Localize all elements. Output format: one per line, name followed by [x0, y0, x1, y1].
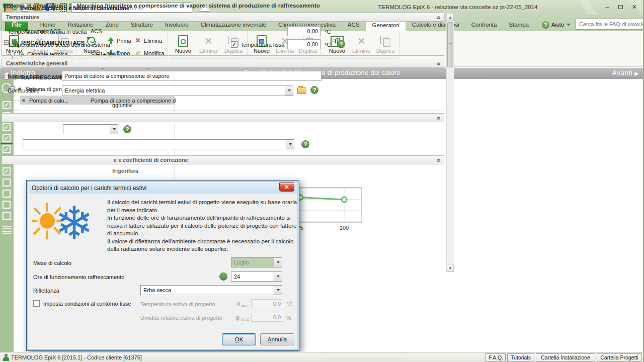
riflettanza-label: Riflettanza [33, 288, 59, 294]
step-empty-9[interactable] [3, 190, 11, 198]
coefficienti-partial-title: e e coefficienti di correzione [114, 156, 188, 164]
nome-input[interactable] [62, 71, 321, 81]
mese-label: Mese di calcolo [33, 260, 71, 266]
acqua-input[interactable] [287, 26, 320, 36]
umidita-label: Umidità relativa estiva di progetto [140, 315, 222, 321]
help-icon: ? [542, 21, 549, 29]
temp-estiva-input[interactable] [251, 299, 283, 308]
list-icon[interactable] [2, 226, 12, 234]
help-icon[interactable] [219, 273, 227, 281]
coefficienti-section-header[interactable]: e e coefficienti di correzione « [2, 155, 444, 164]
step-check-7[interactable]: ✓ [3, 167, 11, 175]
next-arrow-icon: ▶ [634, 70, 639, 76]
collapse-chevron-icon[interactable]: « [435, 159, 443, 162]
next-button[interactable]: Avanti ▶ [612, 69, 639, 77]
acqua-unit: °C [325, 29, 331, 35]
collapse-chevron-icon[interactable]: « [435, 117, 443, 120]
help-icon[interactable]: ? [310, 86, 318, 94]
umidita-input[interactable] [251, 313, 283, 322]
condizioni-fisse-checkbox[interactable] [33, 300, 40, 307]
dialog-close-button[interactable]: ✕ [279, 183, 294, 192]
annulla-button[interactable]: Annulla [260, 333, 294, 345]
temperature-section-header[interactable]: Temperature « [2, 13, 444, 22]
collapse-chevron-icon[interactable]: « [435, 62, 443, 66]
help-icon[interactable]: ? [123, 125, 131, 133]
step-check-5[interactable]: ✓ [3, 145, 11, 153]
tab-stampa[interactable]: Stampa [503, 18, 535, 31]
temp-estiva-label: Temperatura estiva di progetto [140, 301, 215, 307]
bulbo-unit: °C [325, 42, 331, 48]
splitter-handle[interactable] [1, 143, 13, 144]
dropdown-arrow-icon [286, 140, 294, 149]
nome-label: Nome [8, 73, 22, 79]
faq-button[interactable]: F.A.Q. [486, 353, 506, 361]
temp-estiva-unit: °C [286, 301, 292, 307]
step-empty-11[interactable] [3, 212, 11, 220]
bulbo-input[interactable] [287, 39, 320, 49]
user-icon [3, 354, 9, 361]
tutorials-button[interactable]: Tutorials [507, 353, 534, 361]
theta-symbol: θ [236, 300, 240, 308]
close-button[interactable]: ✕ [629, 3, 640, 12]
status-bar: TERMOLOG EpiX 6 [2015.1] - Codice client… [0, 352, 644, 362]
restore-icon [618, 5, 623, 9]
app-window: ☁ TERMOLOG EpiX 6 - relazione via concet… [0, 0, 644, 362]
svg-text:100: 100 [340, 225, 349, 231]
bulbo-label: Temperatura bulbo secco dell'aria estern… [8, 42, 110, 48]
step-empty-8[interactable] [3, 178, 11, 187]
dialog-description: Il calcolo dei carichi termici estivi di… [107, 199, 297, 253]
help-label: Aiuto [551, 22, 564, 28]
umidita-unit: % [286, 315, 291, 321]
frigorifera-partial-label: frigorifera [112, 168, 138, 174]
help-menu[interactable]: ? Aiuto [542, 18, 571, 31]
step-check-3[interactable]: ✓ [3, 123, 11, 131]
scroll-up-icon[interactable]: ▲ [447, 13, 454, 21]
dialog-title-bar[interactable]: Opzioni di calcolo per i carichi termici… [29, 183, 297, 194]
mese-select[interactable]: Luglio [231, 257, 282, 267]
dropdown-arrow-icon [274, 286, 282, 295]
dropdown-arrow-icon [274, 258, 282, 267]
acqua-label: Temperatura dell'acqua in uscita [8, 29, 87, 35]
riflettanza-select[interactable]: Erba secca [140, 285, 282, 295]
panel-scrollbar[interactable]: ▲ ▼ [446, 13, 454, 272]
hidden-select-1[interactable] [63, 124, 118, 134]
dropdown-arrow-icon [285, 85, 293, 96]
status-text: TERMOLOG EpiX 6 [2015.1] - Codice client… [11, 354, 142, 360]
collapse-chevron-icon[interactable]: « [435, 16, 443, 20]
restore-button[interactable] [615, 3, 626, 12]
chevron-down-icon [567, 24, 571, 26]
cartella-progetti-button[interactable]: Cartella Progetti [597, 353, 642, 361]
ok-button[interactable]: OK [222, 333, 256, 345]
temperatura-fissa-label: Temperatura fissa [240, 42, 284, 48]
combustibile-label: Combustibile [8, 87, 40, 94]
cartella-installazione-button[interactable]: Cartella Installazione [536, 353, 595, 361]
hidden-section-header[interactable]: « [2, 113, 444, 122]
ore-select[interactable]: 24 [231, 272, 282, 282]
temperatura-fissa-checkbox[interactable]: ✓ [231, 41, 237, 48]
faq-search-input[interactable] [576, 19, 644, 30]
condizioni-fisse-label: Imposta condizioni al contorno fisse [43, 301, 131, 307]
opzioni-calcolo-dialog: Opzioni di calcolo per i carichi termici… [26, 180, 299, 351]
scroll-down-icon[interactable]: ▼ [447, 264, 454, 272]
step-check-4[interactable]: ✓ [3, 134, 11, 142]
dropdown-arrow-icon [274, 272, 282, 281]
scrollbar-thumb[interactable] [447, 22, 453, 67]
phi-subscript: int,C [241, 317, 249, 322]
combustibile-select[interactable]: Energia elettrica [62, 85, 293, 96]
aggiuntivi-partial-label: ggiuntivi [112, 102, 132, 108]
phi-symbol: φ [235, 314, 239, 321]
snowflake-icon: ❄ [55, 196, 94, 251]
panel-header: Sistema di generazione 1 - Macchina frig… [3, 3, 445, 9]
theta-subscript: int,C [241, 304, 249, 308]
help-icon[interactable]: ? [337, 40, 345, 48]
ore-label: Ore di funzionamento raffrescamento [33, 274, 124, 280]
hidden-select-2[interactable] [23, 139, 294, 149]
tab-confronta[interactable]: Confronta [465, 18, 503, 31]
help-icon[interactable]: ? [301, 140, 309, 148]
minimize-button[interactable]: – [602, 3, 613, 12]
dropdown-arrow-icon [110, 125, 118, 134]
caratteristiche-section-header[interactable]: Caratteristiche generali « [2, 59, 444, 68]
step-empty-10[interactable] [3, 201, 11, 209]
folder-icon[interactable] [297, 87, 306, 94]
